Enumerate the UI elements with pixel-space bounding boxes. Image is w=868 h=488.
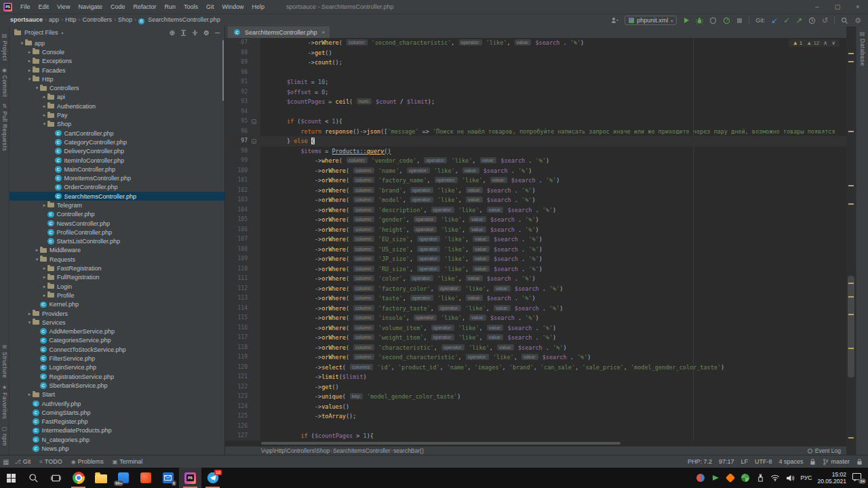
code-line[interactable]: 112 ->orWhere( column: 'factory_color', … (225, 284, 846, 294)
code-line[interactable]: 89 ->count(); (225, 58, 846, 68)
tree-item[interactable]: COrderController.php (9, 183, 224, 192)
toolwindow-terminal[interactable]: ▣Terminal (113, 458, 143, 465)
tree-item[interactable]: CFilterService.php (9, 354, 224, 363)
tree-chevron-icon[interactable]: ▾ (34, 257, 40, 262)
menu-run[interactable]: Run (160, 3, 180, 10)
menu-navigate[interactable]: Navigate (74, 3, 106, 10)
code-line[interactable]: 108 ->orWhere( column: 'US_size', operat… (225, 245, 846, 255)
code-line[interactable]: 111 ->orWhere( column: 'color', operator… (225, 274, 846, 284)
editor-breadcrumb-item[interactable]: searchBar() (393, 447, 423, 454)
tree-item[interactable]: ▸Start (9, 390, 224, 399)
tree-item[interactable]: CDeliveryController.php (9, 147, 224, 156)
code-line[interactable]: 104 ->orWhere( column: 'description', op… (225, 205, 846, 216)
editor-breadcrumb-item[interactable]: \App\Http\Controllers\Shop (261, 447, 330, 454)
tree-chevron-icon[interactable]: ▸ (41, 293, 47, 298)
history-icon[interactable] (808, 17, 816, 24)
tree-item[interactable]: ▾Controllers (9, 83, 224, 92)
git-update-icon[interactable]: ↙ (771, 16, 777, 25)
code-line[interactable]: 103 ->orWhere( column: 'model', operator… (225, 195, 846, 205)
tray-flag-icon[interactable] (711, 473, 720, 483)
tree-item[interactable]: CAddMemberService.php (9, 327, 224, 336)
file-encoding[interactable]: UTF-8 (755, 458, 772, 465)
code-line[interactable]: 96 return response()->json(['message' =>… (225, 127, 846, 137)
tree-chevron-icon[interactable]: ▸ (26, 58, 33, 64)
tree-item[interactable]: CItemInfoController.php (9, 156, 224, 165)
taskbar-phpstorm[interactable]: PS (179, 468, 201, 488)
tab-npm[interactable]: ▢npm (1, 426, 8, 446)
taskbar-chrome[interactable] (67, 468, 90, 488)
close-button[interactable]: × (848, 0, 868, 14)
tree-item[interactable]: ▸Console (9, 47, 224, 56)
tree-item[interactable]: CRegistrationService.php (9, 372, 224, 381)
prev-issue-icon[interactable]: ∧ (823, 40, 827, 46)
tree-chevron-icon[interactable]: ▸ (34, 247, 40, 253)
code-line[interactable]: 92 $offset = 0; (225, 87, 846, 98)
tree-item[interactable]: CNewsController.php (9, 219, 224, 228)
editor-breadcrumb-item[interactable]: SearchItemsController (333, 447, 391, 454)
line-separator[interactable]: LF (741, 458, 748, 465)
menu-help[interactable]: Help (248, 3, 269, 10)
tree-item[interactable]: CIntermediateProducts.php (9, 426, 224, 435)
tree-item[interactable]: ▸Authentication (9, 102, 224, 110)
tab-close-icon[interactable]: × (322, 29, 326, 35)
code-line[interactable]: 99 ->where( column: 'vendor_code', opera… (225, 156, 846, 166)
expand-all-icon[interactable] (180, 30, 186, 36)
toolwindow-todo[interactable]: ≡TODO (39, 458, 62, 465)
menu-git[interactable]: Git (202, 3, 218, 10)
tab-project[interactable]: ▤Project (1, 33, 8, 61)
search-everywhere-icon[interactable] (841, 17, 848, 24)
tree-item[interactable]: CProfileController.php (9, 228, 224, 237)
hide-panel-icon[interactable]: ─ (215, 29, 220, 37)
tree-item[interactable]: CN_categories.php (9, 435, 224, 444)
tree-chevron-icon[interactable]: ▾ (19, 41, 25, 46)
wifi-icon[interactable] (770, 473, 780, 483)
code-line[interactable]: 125 ->toArray(); (225, 411, 846, 422)
settings-gear-icon[interactable]: ⚙ (854, 16, 861, 25)
taskbar-messenger[interactable]: 99+ (112, 468, 134, 488)
taskbar-office[interactable] (134, 468, 157, 488)
tree-item[interactable]: CSberbankService.php (9, 381, 224, 390)
tree-chevron-icon[interactable]: ▾ (26, 320, 33, 325)
tree-item[interactable]: CConnectToStockService.php (9, 345, 224, 354)
code-line[interactable]: 117 ->orWhere( column: 'weight_item', op… (225, 333, 846, 343)
menu-edit[interactable]: Edit (35, 3, 54, 10)
collapse-all-icon[interactable] (192, 30, 198, 36)
tree-item[interactable]: ▸Middleware (9, 246, 224, 255)
vertical-scrollbar-thumb[interactable] (848, 276, 854, 378)
tray-pinwheel-icon[interactable] (741, 473, 750, 483)
volume-icon[interactable] (785, 473, 795, 483)
tree-chevron-icon[interactable]: ▸ (41, 274, 47, 280)
code-line[interactable]: 116 ->orWhere( column: 'volume_item', op… (225, 323, 846, 333)
code-line[interactable]: 98 $items = Products::query() (225, 146, 846, 157)
tree-item[interactable]: ▸Telegram (9, 201, 224, 209)
task-view-icon[interactable] (45, 468, 67, 488)
inspections-widget[interactable]: ▲ 1 ▲ 12 ∧ ∨ (789, 39, 840, 47)
tree-chevron-icon[interactable]: ▸ (41, 94, 47, 100)
tab-structure[interactable]: ⊞Structure (1, 344, 8, 378)
event-log-button[interactable]: Event Log (808, 447, 841, 454)
tray-app-icon[interactable] (696, 473, 705, 483)
tab-database[interactable]: ▤ Database (859, 30, 866, 66)
code-line[interactable]: 119 ->orWhere( column: 'second_character… (225, 352, 846, 363)
menu-file[interactable]: File (16, 3, 35, 10)
tab-commit[interactable]: ◉Commit (1, 67, 8, 97)
tree-chevron-icon[interactable]: ▸ (41, 113, 47, 118)
tab-pull-requests[interactable]: ⇅Pull Requests (1, 103, 8, 151)
menu-refactor[interactable]: Refactor (129, 3, 160, 10)
code-line[interactable]: 118 ->orWhere( column: 'characteristic',… (225, 343, 846, 353)
start-button[interactable] (0, 468, 22, 488)
tree-item[interactable]: CSearchItemsController.php (9, 192, 224, 201)
tree-item[interactable]: ▾Shop (9, 120, 224, 129)
code-line[interactable]: 94 (225, 107, 846, 117)
user-dropdown-icon[interactable] (611, 17, 618, 24)
tree-chevron-icon[interactable]: ▸ (41, 104, 47, 109)
code-line[interactable]: 93 $countPages = ceil( num: $count / $li… (225, 97, 846, 107)
php-version[interactable]: PHP: 7.2 (688, 458, 712, 465)
code-line[interactable]: 100 ->orWhere( column: 'name', operator:… (225, 166, 846, 176)
breadcrumb-item[interactable]: Http (65, 16, 77, 23)
language-indicator[interactable]: РУС (800, 474, 812, 481)
tree-item[interactable]: CLoginService.php (9, 363, 224, 372)
action-center-icon[interactable]: 34 (852, 472, 864, 483)
toolwindow-corner-icon[interactable]: ▦ (3, 458, 9, 466)
breadcrumb-item[interactable]: app (49, 16, 59, 23)
